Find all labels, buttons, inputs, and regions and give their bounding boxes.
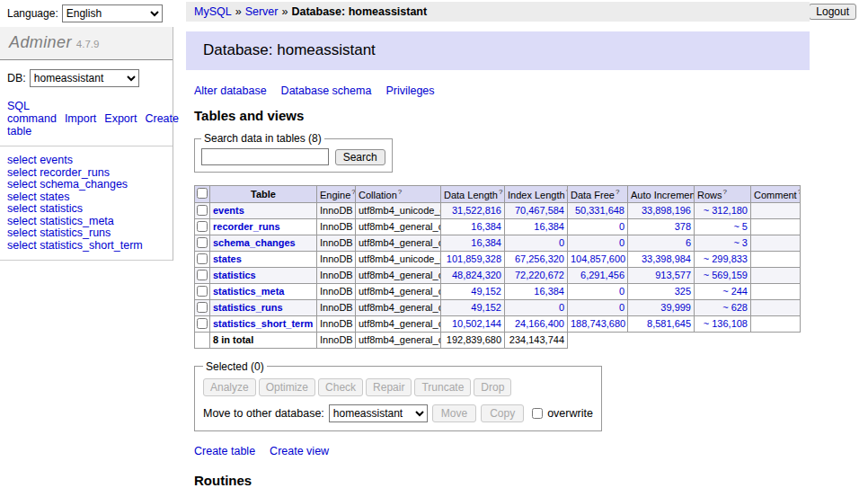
table-name-link[interactable]: states xyxy=(213,253,242,264)
auto-increment-link[interactable]: 378 xyxy=(675,221,691,232)
table-name-link[interactable]: statistics_meta xyxy=(213,286,285,297)
index-length-cell: 70,467,584 xyxy=(505,202,568,218)
auto-increment-link[interactable]: 39,999 xyxy=(660,302,691,313)
app-name[interactable]: Adminer xyxy=(9,33,72,51)
rows-link[interactable]: ~ 244 xyxy=(722,286,748,297)
selected-actions: AnalyzeOptimizeCheckRepairTruncateDrop xyxy=(203,378,593,396)
row-checkbox[interactable] xyxy=(197,237,208,248)
data-free-link[interactable]: 104,857,600 xyxy=(571,253,625,264)
collation-cell: utf8mb4_general_ci xyxy=(356,283,441,299)
sidebar-table-link[interactable]: select events xyxy=(7,154,73,166)
sidebar-table-link[interactable]: select schema_changes xyxy=(7,178,128,191)
row-checkbox[interactable] xyxy=(197,205,208,216)
auto-increment-link[interactable]: 33,898,196 xyxy=(642,205,691,216)
app-version[interactable]: 4.7.9 xyxy=(76,39,100,49)
index-length-link[interactable]: 72,220,672 xyxy=(515,270,564,280)
index-length-link[interactable]: 0 xyxy=(559,237,564,248)
auto-increment-link[interactable]: 325 xyxy=(675,286,691,297)
create-create-table-link[interactable]: Create table xyxy=(194,445,255,457)
rows-link[interactable]: ~ 569,159 xyxy=(704,270,748,280)
row-checkbox[interactable] xyxy=(197,302,208,313)
db-select[interactable]: homeassistant xyxy=(30,69,139,87)
data-free-link[interactable]: 6,291,456 xyxy=(580,270,624,280)
rows-link[interactable]: ~ 299,833 xyxy=(704,253,748,264)
sidebar-table-link[interactable]: select statistics xyxy=(7,202,83,215)
table-name-link[interactable]: schema_changes xyxy=(213,237,296,248)
index-length-link[interactable]: 70,467,584 xyxy=(515,205,564,216)
data-free-link[interactable]: 0 xyxy=(619,302,624,313)
data-length-link[interactable]: 49,152 xyxy=(471,286,501,297)
auto-increment-link[interactable]: 33,398,984 xyxy=(642,253,691,264)
rows-link[interactable]: ~ 136,108 xyxy=(704,318,748,329)
row-checkbox[interactable] xyxy=(197,286,208,297)
column-help-link[interactable]: ? xyxy=(499,188,502,196)
auto-increment-link[interactable]: 913,577 xyxy=(655,270,691,280)
move-db-select[interactable]: homeassistant xyxy=(329,404,428,422)
column-help-link[interactable]: ? xyxy=(398,188,402,196)
table-name-link[interactable]: statistics_runs xyxy=(213,302,283,313)
data-length-cell: 49,152 xyxy=(441,283,505,299)
data-length-link[interactable]: 101,859,328 xyxy=(447,253,501,264)
table-name-link[interactable]: events xyxy=(213,205,244,216)
search-input[interactable] xyxy=(201,148,329,165)
column-help-link[interactable]: ? xyxy=(798,188,801,196)
breadcrumb-server-link[interactable]: Server xyxy=(245,5,279,18)
sidebar-command-link[interactable]: SQL command xyxy=(7,100,57,125)
sidebar-table-link[interactable]: select recorder_runs xyxy=(7,166,110,179)
table-name-cell: events xyxy=(210,202,317,218)
db-action-link[interactable]: Alter database xyxy=(194,84,267,97)
data-length-link[interactable]: 31,522,816 xyxy=(452,205,501,216)
table-name-link[interactable]: statistics xyxy=(213,270,256,280)
sidebar-table-links: select eventsselect recorder_runsselect … xyxy=(7,155,165,252)
sidebar-table-link[interactable]: select statistics_short_term xyxy=(7,239,143,252)
data-free-link[interactable]: 0 xyxy=(619,221,624,232)
sidebar-command-link[interactable]: Import xyxy=(65,112,96,125)
truncate-button: Truncate xyxy=(414,378,471,396)
row-checkbox[interactable] xyxy=(197,253,208,264)
sidebar-table-link[interactable]: select statistics_meta xyxy=(7,215,114,227)
index-length-link[interactable]: 67,256,320 xyxy=(515,253,564,264)
index-length-link[interactable]: 16,384 xyxy=(534,221,564,232)
data-free-link[interactable]: 50,331,648 xyxy=(575,205,624,216)
rows-link[interactable]: ~ 5 xyxy=(733,221,748,232)
data-free-link[interactable]: 188,743,680 xyxy=(571,318,625,329)
table-name-link[interactable]: recorder_runs xyxy=(213,221,280,232)
sidebar-table-link[interactable]: select statistics_runs xyxy=(7,226,111,239)
search-button[interactable]: Search xyxy=(335,149,385,165)
column-help-link[interactable]: ? xyxy=(723,188,727,196)
row-checkbox[interactable] xyxy=(197,318,208,329)
language-bar: Language:English xyxy=(7,4,163,22)
data-length-link[interactable]: 48,824,320 xyxy=(452,270,501,280)
row-checkbox[interactable] xyxy=(197,221,208,232)
rows-link[interactable]: ~ 3 xyxy=(733,237,748,248)
index-length-link[interactable]: 24,166,400 xyxy=(515,318,564,329)
data-free-link[interactable]: 0 xyxy=(619,286,624,297)
data-length-link[interactable]: 10,502,144 xyxy=(452,318,501,329)
check-all-checkbox[interactable] xyxy=(197,188,208,199)
index-length-link[interactable]: 0 xyxy=(559,302,564,313)
breadcrumb-mysql-link[interactable]: MySQL xyxy=(194,5,232,18)
rows-link[interactable]: ~ 628 xyxy=(722,302,748,313)
data-length-link[interactable]: 16,384 xyxy=(471,221,501,232)
table-row: statistics_short_termInnoDButf8mb4_gener… xyxy=(195,315,801,332)
index-length-link[interactable]: 16,384 xyxy=(534,286,564,297)
rows-cell: ~ 569,159 xyxy=(695,267,751,283)
logout-button[interactable]: Logout xyxy=(809,4,856,20)
rows-link[interactable]: ~ 312,180 xyxy=(704,205,748,216)
overwrite-checkbox[interactable] xyxy=(532,408,543,419)
column-help-link[interactable]: ? xyxy=(351,188,355,196)
create-create-view-link[interactable]: Create view xyxy=(270,445,329,457)
language-select[interactable]: English xyxy=(62,4,163,22)
auto-increment-link[interactable]: 6 xyxy=(686,237,691,248)
table-name-link[interactable]: statistics_short_term xyxy=(213,318,313,329)
data-free-link[interactable]: 0 xyxy=(619,237,624,248)
row-checkbox[interactable] xyxy=(197,270,208,280)
column-help-link[interactable]: ? xyxy=(616,188,619,196)
sidebar-table-link[interactable]: select states xyxy=(7,191,69,203)
data-length-link[interactable]: 49,152 xyxy=(471,302,501,313)
data-length-link[interactable]: 16,384 xyxy=(471,237,501,248)
db-action-link[interactable]: Privileges xyxy=(385,84,434,97)
auto-increment-link[interactable]: 8,581,645 xyxy=(647,318,691,329)
sidebar-command-link[interactable]: Export xyxy=(104,112,137,125)
db-action-link[interactable]: Database schema xyxy=(281,84,372,97)
